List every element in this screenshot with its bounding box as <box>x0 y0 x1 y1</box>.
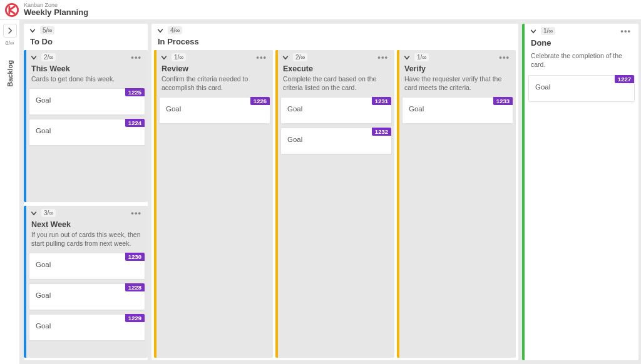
board: 5/∞ To Do 2/∞ ••• This Week Cards to get… <box>20 20 641 364</box>
card[interactable]: 1233 Goal <box>402 97 513 124</box>
card[interactable]: 1227 Goal <box>528 75 635 102</box>
lane-wip: 3/∞ <box>41 209 56 217</box>
card-id-badge: 1228 <box>125 283 145 291</box>
lane-wip: 1/∞ <box>414 53 429 61</box>
card-title: Goal <box>166 105 181 113</box>
card-id-badge: 1226 <box>250 97 270 105</box>
title-block: Kanban Zone Weekly Planning <box>24 3 88 17</box>
lane-verify: 1/∞ ••• Verify Have the requester verify… <box>397 50 516 358</box>
card-id-badge: 1232 <box>372 128 391 136</box>
chevron-down-icon[interactable] <box>156 27 164 34</box>
more-icon[interactable]: ••• <box>254 53 269 62</box>
lane-title: Review <box>156 63 273 74</box>
lane-title: Execute <box>278 63 394 74</box>
card-id-badge: 1225 <box>125 88 145 96</box>
chevron-down-icon[interactable] <box>30 210 38 217</box>
svg-point-0 <box>6 4 18 16</box>
lane-desc: Confirm the criteria needed to accomplis… <box>156 74 273 96</box>
card[interactable]: 1230 Goal <box>29 253 145 280</box>
sidebar-wip: 0/∞ <box>6 40 14 46</box>
lane-title: Next Week <box>26 219 148 230</box>
lane-review: 1/∞ ••• Review Confirm the criteria need… <box>154 50 273 358</box>
lane-desc: Cards to get done this week. <box>26 74 148 87</box>
lane-title: This Week <box>26 63 148 74</box>
more-icon[interactable]: ••• <box>618 26 633 36</box>
column-wip: 1/∞ <box>541 27 555 35</box>
expand-sidebar-button[interactable] <box>3 24 17 38</box>
card[interactable]: 1231 Goal <box>280 97 392 124</box>
chevron-down-icon[interactable] <box>282 54 289 61</box>
chevron-down-icon[interactable] <box>30 54 38 61</box>
card-id-badge: 1227 <box>615 75 634 83</box>
more-icon[interactable]: ••• <box>128 208 144 218</box>
column-done: 1/∞ ••• Done Celebrate the completion of… <box>522 24 638 360</box>
card-title: Goal <box>36 322 51 330</box>
sidebar: 0/∞ Backlog <box>0 20 20 364</box>
card-title: Goal <box>36 261 51 268</box>
backlog-label[interactable]: Backlog <box>6 60 14 87</box>
card-title: Goal <box>36 291 51 299</box>
column-todo: 5/∞ To Do 2/∞ ••• This Week Cards to get… <box>24 24 148 360</box>
lane-desc: Complete the card based on the criteria … <box>278 74 394 96</box>
card[interactable]: 1228 Goal <box>29 283 145 310</box>
lane-stack: 2/∞ ••• This Week Cards to get done this… <box>24 50 148 360</box>
chevron-down-icon[interactable] <box>530 28 537 35</box>
column-desc: Celebrate the completion of the card. <box>525 51 638 73</box>
card-title: Goal <box>287 105 302 113</box>
kanban-zone-logo-icon <box>5 3 19 17</box>
card-title: Goal <box>36 96 51 104</box>
chevron-down-icon[interactable] <box>29 27 36 34</box>
card[interactable]: 1225 Goal <box>29 88 145 115</box>
card-id-badge: 1231 <box>372 97 391 105</box>
card-title: Goal <box>535 83 550 91</box>
lane-wip: 2/∞ <box>41 53 56 61</box>
lane-wip: 1/∞ <box>172 53 186 61</box>
card-title: Goal <box>409 105 424 113</box>
column-wip: 5/∞ <box>40 26 54 34</box>
card[interactable]: 1229 Goal <box>29 314 145 341</box>
lane-title: Verify <box>399 63 516 74</box>
board-name: Weekly Planning <box>24 8 88 17</box>
column-in-process: 4/∞ In Process 1/∞ ••• Review Confirm th… <box>151 24 518 360</box>
card-id-badge: 1224 <box>125 119 145 127</box>
card-id-badge: 1229 <box>125 314 145 322</box>
column-title: In Process <box>151 36 518 50</box>
card[interactable]: 1224 Goal <box>29 119 145 146</box>
card-id-badge: 1233 <box>493 97 513 105</box>
column-title: To Do <box>24 36 148 50</box>
lane-desc: If you run out of cards this week, then … <box>26 230 148 251</box>
lane-wip: 2/∞ <box>293 53 307 61</box>
lane-execute: 2/∞ ••• Execute Complete the card based … <box>275 50 394 358</box>
chevron-down-icon[interactable] <box>403 54 411 61</box>
card[interactable]: 1232 Goal <box>280 128 392 154</box>
lane-this-week: 2/∞ ••• This Week Cards to get done this… <box>24 50 148 202</box>
more-icon[interactable]: ••• <box>496 53 512 62</box>
column-title: Done <box>525 37 638 51</box>
card-title: Goal <box>36 127 51 134</box>
more-icon[interactable]: ••• <box>128 53 144 62</box>
card[interactable]: 1226 Goal <box>159 97 270 124</box>
chevron-down-icon[interactable] <box>160 54 168 61</box>
lane-desc: Have the requester verify that the card … <box>399 74 516 96</box>
lane-next-week: 3/∞ ••• Next Week If you run out of card… <box>24 206 148 358</box>
card-title: Goal <box>287 136 302 143</box>
column-wip: 4/∞ <box>168 26 182 34</box>
card-id-badge: 1230 <box>125 253 145 261</box>
more-icon[interactable]: ••• <box>375 53 391 62</box>
topbar: Kanban Zone Weekly Planning <box>0 0 641 20</box>
